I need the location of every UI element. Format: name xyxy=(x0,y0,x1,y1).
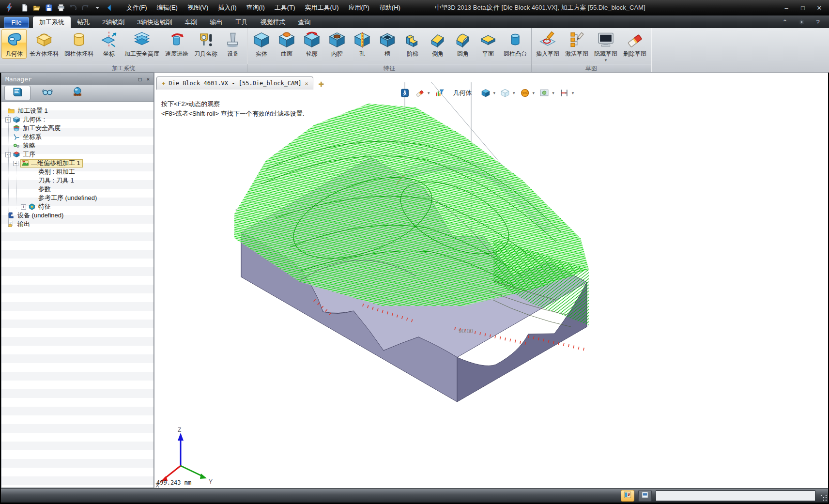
tree-item[interactable]: 输出 xyxy=(1,220,154,229)
tree-item[interactable]: 加工安全高度 xyxy=(1,124,154,133)
document-tab[interactable]: ✚ Die Block 4601.VX - [55.Die_block_CAM]… xyxy=(156,76,313,90)
ribbon-button[interactable]: 阶梯 xyxy=(400,29,425,59)
tree-item[interactable]: +特征 xyxy=(1,202,154,211)
viewport-3d-scene[interactable]: 90.00 Z X Y xyxy=(154,73,829,488)
new-file-icon[interactable] xyxy=(19,2,30,13)
new-tab-button[interactable]: ✚ xyxy=(318,79,324,90)
ribbon-button[interactable]: 插入草图 xyxy=(533,29,562,59)
ribbon-button[interactable]: 设备 xyxy=(220,29,246,59)
ribbon-button[interactable]: 长方体坯料 xyxy=(27,29,61,59)
menu-item[interactable]: 帮助(H) xyxy=(374,0,405,15)
menu-item[interactable]: 工具(T) xyxy=(270,0,300,15)
wire-icon[interactable] xyxy=(500,88,510,98)
undo-icon[interactable] xyxy=(68,2,78,13)
collapse-icon[interactable]: ⌃ xyxy=(781,17,789,26)
section-icon[interactable] xyxy=(559,88,569,98)
menu-item[interactable]: 文件(F) xyxy=(122,0,152,15)
manager-restore-button[interactable]: □ xyxy=(138,76,142,82)
ribbon-button[interactable]: 删除草图 xyxy=(620,29,649,59)
open-file-icon[interactable] xyxy=(31,2,42,13)
ribbon-button[interactable]: 槽 xyxy=(375,29,400,59)
ribbon-tab[interactable]: 车削 xyxy=(178,16,203,28)
ribbon-button[interactable]: 倒角 xyxy=(425,29,450,59)
shaded-icon[interactable] xyxy=(480,88,491,98)
menu-item[interactable]: 视图(V) xyxy=(183,0,213,15)
manager-tab-glasses[interactable] xyxy=(34,86,61,100)
tree-item[interactable]: 刀具 : 刀具 1 xyxy=(1,176,154,185)
dropdown-arrow-icon[interactable]: ▾ xyxy=(428,91,430,95)
dropdown-arrow-icon[interactable]: ▾ xyxy=(533,91,535,95)
redo-icon[interactable] xyxy=(80,2,91,13)
tree-item[interactable]: −工序 xyxy=(1,150,154,159)
manager-tab-globe[interactable] xyxy=(64,86,91,100)
filter-icon[interactable] xyxy=(434,88,445,98)
ribbon-tab[interactable]: 加工系统 xyxy=(33,16,71,28)
ribbon-tab[interactable]: 查询 xyxy=(292,16,317,28)
image-icon[interactable] xyxy=(539,88,550,98)
ribbon-tab[interactable]: 输出 xyxy=(203,16,229,28)
eraser-icon[interactable] xyxy=(414,88,425,98)
ribbon-button[interactable]: 圆角 xyxy=(450,29,476,59)
file-menu-button[interactable]: File xyxy=(4,17,29,28)
ribbon-button[interactable]: 曲面 xyxy=(274,29,299,59)
ribbon-button[interactable]: 隐藏草图▾ xyxy=(591,29,620,62)
entity-filter-dropdown[interactable]: 几何体 xyxy=(449,89,476,97)
tree-item[interactable]: 参考工序 (undefined) xyxy=(1,194,154,202)
tree-item[interactable]: +几何体 : xyxy=(1,115,154,124)
print-icon[interactable] xyxy=(56,2,66,13)
close-button[interactable]: ✕ xyxy=(815,4,823,12)
minimize-button[interactable]: – xyxy=(783,4,790,12)
back-icon[interactable] xyxy=(104,2,115,13)
tab-close-icon[interactable]: ✕ xyxy=(305,80,308,87)
ribbon-button[interactable]: 速度进给 xyxy=(162,29,191,59)
ribbon-button[interactable]: 实体 xyxy=(249,29,274,59)
ribbon-tab[interactable]: 工具 xyxy=(229,16,254,28)
tree-item[interactable]: 类别 : 粗加工 xyxy=(1,168,154,176)
tree-item[interactable]: 策略 xyxy=(1,141,154,150)
status-input[interactable] xyxy=(656,490,815,501)
dropdown-arrow-icon[interactable]: ▾ xyxy=(605,58,607,62)
ribbon-button[interactable]: 内腔 xyxy=(324,29,350,59)
dropdown-arrow-icon[interactable]: ▾ xyxy=(493,91,496,95)
ribbon-button[interactable]: 几何体 xyxy=(1,29,27,59)
ribbon-button[interactable]: 激活草图 xyxy=(562,29,591,59)
menu-item[interactable]: 实用工具(U) xyxy=(300,0,343,15)
ribbon-button[interactable]: 平面 xyxy=(476,29,501,59)
ribbon-tab[interactable]: 视觉样式 xyxy=(254,16,292,28)
ribbon-tab[interactable]: 3轴快速铣削 xyxy=(131,16,178,28)
dropdown-arrow-icon[interactable]: ▾ xyxy=(552,91,554,95)
escape-icon[interactable] xyxy=(399,88,410,98)
status-panel-toggle-button[interactable] xyxy=(621,490,634,502)
dropdown-arrow-icon[interactable]: ▾ xyxy=(513,91,515,95)
tree-item[interactable]: −二维偏移粗加工 1 xyxy=(1,159,154,168)
menu-item[interactable]: 插入(I) xyxy=(213,0,241,15)
status-output-toggle-button[interactable] xyxy=(638,490,652,502)
expand-icon[interactable]: + xyxy=(21,204,26,210)
tree-item[interactable]: 加工设置 1 xyxy=(1,107,154,115)
dropdown-arrow-icon[interactable]: ▾ xyxy=(572,91,574,95)
ribbon-button[interactable]: 坐标 xyxy=(96,29,122,59)
ribbon-button[interactable]: 加工安全高度 xyxy=(122,29,162,59)
resize-grip[interactable] xyxy=(820,494,827,501)
ribbon-button[interactable]: 刀具名称 xyxy=(191,29,220,59)
menu-item[interactable]: 查询(I) xyxy=(242,0,270,15)
ribbon-button[interactable]: 圆柱凸台 xyxy=(501,29,530,59)
settings-icon[interactable] xyxy=(797,17,806,26)
tree-item[interactable]: 坐标系 xyxy=(1,133,154,141)
maximize-button[interactable]: □ xyxy=(799,4,807,12)
tree-item[interactable]: 参数 xyxy=(1,185,154,194)
menu-item[interactable]: 应用(P) xyxy=(344,0,374,15)
ribbon-tab[interactable]: 钻孔 xyxy=(71,16,96,28)
viewport[interactable]: 90.00 Z X Y ✚ Die Block 4601.VX - [55.Di… xyxy=(154,73,828,488)
manager-close-button[interactable]: ✕ xyxy=(146,76,150,82)
tree-item[interactable]: 设备 (undefined) xyxy=(1,211,154,220)
help-icon[interactable]: ? xyxy=(814,17,822,26)
menu-down-icon[interactable] xyxy=(92,2,103,13)
ribbon-button[interactable]: 轮廓 xyxy=(299,29,324,59)
ribbon-tab[interactable]: 2轴铣削 xyxy=(96,16,131,28)
menu-item[interactable]: 编辑(E) xyxy=(152,0,183,15)
manager-tab-mgr-form[interactable] xyxy=(4,86,31,100)
ribbon-button[interactable]: 孔 xyxy=(350,29,375,59)
save-icon[interactable] xyxy=(44,2,54,13)
ribbon-button[interactable]: 圆柱体坯料 xyxy=(61,29,96,59)
